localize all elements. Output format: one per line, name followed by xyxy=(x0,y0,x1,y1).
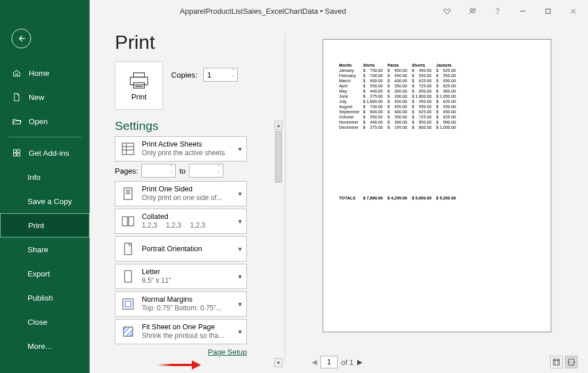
account-icon[interactable] xyxy=(462,2,482,20)
addins-icon xyxy=(11,148,22,158)
nav-open[interactable]: Open xyxy=(0,109,90,133)
svg-rect-10 xyxy=(17,153,20,156)
svg-rect-12 xyxy=(130,77,148,84)
help-icon[interactable] xyxy=(487,2,508,20)
settings-scrollbar[interactable]: ▲ ▼ xyxy=(274,121,283,367)
scroll-down-icon[interactable]: ▼ xyxy=(274,358,283,367)
collate-icon xyxy=(120,213,136,229)
svg-rect-31 xyxy=(554,359,560,366)
pages-range-row: Pages: ˄˅ to ˄˅ xyxy=(115,164,285,178)
setting-print-what[interactable]: Print Active SheetsOnly print the active… xyxy=(115,136,247,161)
svg-rect-24 xyxy=(122,217,127,226)
copies-row: Copies: 1˄˅ xyxy=(171,68,238,82)
nav-label: Print xyxy=(28,221,44,230)
nav-save-copy[interactable]: Save a Copy xyxy=(0,189,90,213)
svg-rect-4 xyxy=(546,9,550,13)
nav-new[interactable]: New xyxy=(0,85,90,109)
show-margins-button[interactable] xyxy=(550,356,563,368)
nav-share[interactable]: Share xyxy=(0,237,90,262)
page-heading: Print xyxy=(115,31,285,53)
print-preview-pane: MonthShirtsPantsShortsJacketsJanuary$750… xyxy=(285,22,588,373)
print-backstage: Print Print Copies: 1˄˅ Settings Print A… xyxy=(90,22,588,373)
chevron-down-icon: ▼ xyxy=(237,329,243,335)
nav-label: New xyxy=(29,93,44,102)
margins-icon xyxy=(120,296,136,312)
nav-close[interactable]: Close xyxy=(0,310,90,334)
nav-export[interactable]: Export xyxy=(0,262,90,286)
spinner-up-icon[interactable]: ˄ xyxy=(215,164,223,171)
print-button[interactable]: Print xyxy=(115,61,163,110)
page-of-label: of 1 xyxy=(341,358,354,367)
setting-margins[interactable]: Normal MarginsTop: 0.75" Bottom: 0.75"..… xyxy=(115,291,247,317)
sheets-icon xyxy=(120,141,136,157)
nav-label: Close xyxy=(28,318,48,326)
title-bar: ApparelProductListSales_ExcelChartData •… xyxy=(90,0,588,22)
pages-from-input[interactable]: ˄˅ xyxy=(141,164,176,178)
nav-label: Publish xyxy=(28,294,53,302)
svg-point-2 xyxy=(497,13,497,13)
pages-to-input[interactable]: ˄˅ xyxy=(189,164,223,178)
open-icon xyxy=(11,116,22,126)
svg-rect-16 xyxy=(122,143,134,155)
svg-rect-29 xyxy=(125,301,131,307)
scroll-up-icon[interactable]: ▲ xyxy=(274,121,283,130)
page-number-input[interactable]: 1 xyxy=(320,356,338,368)
nav-info[interactable]: Info xyxy=(0,165,90,189)
nav-publish[interactable]: Publish xyxy=(0,286,90,310)
svg-rect-13 xyxy=(134,82,145,88)
paper-icon xyxy=(120,268,136,284)
preview-pager: ◀ 1 of 1 ▶ xyxy=(285,351,588,373)
premium-icon[interactable] xyxy=(436,2,457,20)
new-icon xyxy=(11,92,22,102)
chevron-down-icon: ▼ xyxy=(237,274,243,280)
preview-page: MonthShirtsPantsShortsJacketsJanuary$750… xyxy=(323,39,551,332)
setting-paper-size[interactable]: Letter8.5" x 11" ▼ xyxy=(115,264,247,289)
setting-sides[interactable]: Print One SidedOnly print on one side of… xyxy=(115,181,247,206)
chevron-down-icon: ▼ xyxy=(237,218,243,225)
svg-rect-27 xyxy=(125,271,131,282)
page-setup-link[interactable]: Page Setup xyxy=(115,348,247,356)
page-prev-button[interactable]: ◀ xyxy=(308,358,320,366)
chevron-down-icon: ▼ xyxy=(237,301,243,307)
spinner-down-icon[interactable]: ˅ xyxy=(229,75,237,81)
maximize-button[interactable] xyxy=(537,2,558,20)
onesided-icon xyxy=(120,186,136,202)
nav-home[interactable]: Home xyxy=(0,61,90,85)
annotation-arrow xyxy=(157,362,203,368)
nav-addins[interactable]: Get Add-ins xyxy=(0,141,90,165)
spinner-down-icon[interactable]: ˅ xyxy=(167,171,175,177)
chevron-down-icon: ▼ xyxy=(237,146,243,152)
nav-divider xyxy=(8,137,82,137)
scroll-thumb[interactable] xyxy=(275,131,282,183)
print-button-label: Print xyxy=(131,93,147,101)
svg-rect-8 xyxy=(17,149,20,152)
back-button[interactable] xyxy=(11,29,31,48)
svg-rect-26 xyxy=(125,243,131,255)
setting-orientation[interactable]: Portrait Orientation ▼ xyxy=(115,236,247,262)
portrait-icon xyxy=(120,241,136,257)
close-button[interactable] xyxy=(563,2,583,20)
pages-label: Pages: xyxy=(115,167,138,175)
svg-rect-11 xyxy=(134,72,145,77)
nav-label: Save a Copy xyxy=(28,197,72,206)
copies-input[interactable]: 1˄˅ xyxy=(203,68,238,82)
svg-point-0 xyxy=(470,9,473,11)
nav-label: Info xyxy=(28,173,41,182)
setting-collate[interactable]: Collated1,2,3 1,2,3 1,2,3 ▼ xyxy=(115,209,247,234)
print-settings-column: Print Print Copies: 1˄˅ Settings Print A… xyxy=(90,22,285,373)
nav-print[interactable]: Print xyxy=(0,213,90,237)
spinner-down-icon[interactable]: ˅ xyxy=(215,171,223,177)
spinner-up-icon[interactable]: ˄ xyxy=(167,164,175,171)
svg-rect-25 xyxy=(129,217,134,226)
spinner-up-icon[interactable]: ˄ xyxy=(229,68,237,75)
zoom-to-page-button[interactable] xyxy=(565,356,578,368)
nav-label: Export xyxy=(28,270,50,278)
nav-more[interactable]: More... xyxy=(0,334,90,358)
pages-to-label: to xyxy=(179,167,185,175)
svg-rect-35 xyxy=(569,359,574,366)
page-next-button[interactable]: ▶ xyxy=(354,358,366,366)
setting-scaling[interactable]: Fit Sheet on One PageShrink the printout… xyxy=(115,319,247,344)
minimize-button[interactable] xyxy=(512,2,533,20)
document-title: ApparelProductListSales_ExcelChartData •… xyxy=(90,7,436,16)
printer-icon xyxy=(128,71,150,90)
